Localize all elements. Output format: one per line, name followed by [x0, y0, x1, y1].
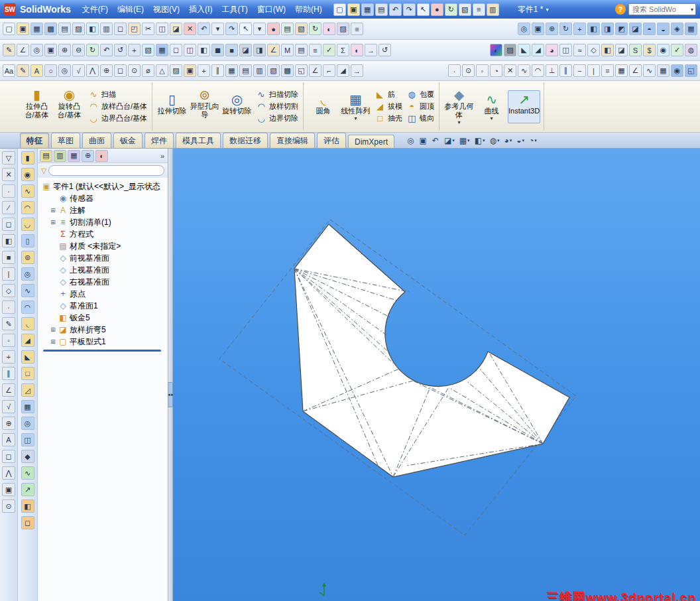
menu-item[interactable]: 编辑(E): [113, 2, 148, 17]
reference-geometry-icon[interactable]: ◆: [21, 450, 34, 463]
mirror-icon[interactable]: ◫: [21, 433, 34, 446]
print-preview-icon[interactable]: ◻: [114, 23, 127, 35]
hole-table-icon[interactable]: ▤: [239, 64, 252, 77]
snap-to-tangent-icon[interactable]: ◠: [532, 64, 544, 77]
paste-icon[interactable]: ◪: [170, 23, 182, 35]
clear-all-filters-icon[interactable]: ✕: [2, 168, 15, 181]
reference-geometry-button[interactable]: ◆ 参考几何体 ▾: [443, 86, 475, 127]
smart-dimension-icon[interactable]: ∠: [17, 44, 29, 56]
zoom-area-icon[interactable]: ▣: [418, 135, 429, 146]
center-mark-icon[interactable]: +: [198, 64, 210, 77]
refresh-view-icon[interactable]: ↻: [86, 44, 99, 56]
hole-callout-icon[interactable]: ⌀: [142, 64, 154, 77]
linear-pattern-icon[interactable]: ▦: [21, 400, 34, 413]
curves-icon[interactable]: ∿: [21, 466, 34, 480]
fillet-button[interactable]: ◟ 圆角: [307, 90, 339, 123]
instant3d-icon[interactable]: ↗: [21, 483, 34, 496]
right-view-icon[interactable]: ◪: [629, 23, 642, 35]
circular-pattern-icon[interactable]: ◎: [21, 417, 34, 430]
print-icon[interactable]: ▥: [100, 23, 113, 35]
hole-wizard-icon[interactable]: ⊚: [21, 251, 34, 264]
sheet-metal-icon[interactable]: ◧: [21, 500, 34, 513]
record-macro-icon[interactable]: ●: [267, 23, 280, 35]
pan-icon[interactable]: +: [573, 23, 586, 35]
dimension-icon[interactable]: ∠: [309, 64, 321, 77]
filter-blocks-icon[interactable]: ▣: [2, 483, 15, 496]
filter-centerline-icon[interactable]: ∥: [2, 367, 15, 380]
featuremanager-tab-icon[interactable]: ▤: [40, 150, 52, 162]
rib-button[interactable]: ◣ 筋: [375, 90, 402, 100]
tab-sketch[interactable]: 草图: [51, 133, 80, 148]
make-drawing-from-part-icon[interactable]: ▤: [58, 23, 71, 35]
datum-feature-icon[interactable]: ◻: [114, 64, 127, 77]
rotate-view-icon[interactable]: ↺: [114, 44, 127, 56]
snap-to-horizontal-icon[interactable]: −: [573, 64, 586, 77]
zoom-to-area-icon[interactable]: ▣: [44, 44, 57, 56]
move-icon[interactable]: →: [365, 44, 377, 56]
snap-to-angle-icon[interactable]: ∠: [629, 64, 642, 77]
previous-view-icon[interactable]: ↶: [100, 44, 113, 56]
zoom-out-icon[interactable]: ⊖: [72, 44, 85, 56]
rebuild-icon[interactable]: ↻: [309, 23, 321, 35]
filter-vertices-icon[interactable]: ∙: [2, 184, 15, 198]
spell-checker-icon[interactable]: Aa: [3, 64, 15, 77]
toolbox-icon[interactable]: ▥: [487, 3, 499, 16]
shaded-with-edges-icon[interactable]: ◼: [211, 44, 224, 56]
rotate-icon[interactable]: ↺: [379, 44, 391, 56]
configurationmanager-tab-icon[interactable]: ▦: [68, 150, 80, 162]
section-view-icon[interactable]: ◨: [253, 44, 266, 56]
fullscreen-icon[interactable]: ◱: [685, 64, 697, 77]
undo-dropdown-icon[interactable]: ▾: [211, 23, 224, 35]
save-icon[interactable]: ▦: [361, 3, 374, 16]
geometry-analysis-icon[interactable]: ◇: [587, 44, 600, 56]
search-input[interactable]: [631, 5, 689, 14]
tree-item-annotations[interactable]: ⊞ A 注解: [39, 204, 166, 216]
snap-to-points-icon[interactable]: ∙: [448, 64, 461, 77]
filter-dimensions-icon[interactable]: ∠: [2, 383, 15, 397]
make-assembly-from-part-icon[interactable]: ▨: [72, 23, 85, 35]
tree-item-lofted-bend5[interactable]: ⊞ ◪ 放样折弯5: [39, 324, 166, 336]
extruded-boss-icon[interactable]: ▮: [21, 151, 34, 165]
display-states-icon[interactable]: ◍: [685, 44, 697, 56]
blocks-icon[interactable]: ▣: [184, 64, 196, 77]
expand-plus-icon[interactable]: ⊞: [50, 219, 56, 226]
filter-solid-bodies-icon[interactable]: ■: [2, 251, 15, 264]
boundary-boss-icon[interactable]: ◡: [21, 218, 34, 231]
filter-center-marks-icon[interactable]: +: [2, 350, 15, 364]
tab-weldments[interactable]: 焊件: [145, 133, 174, 148]
tab-dimxpert[interactable]: DimXpert: [348, 135, 394, 148]
auto-balloon-icon[interactable]: ◎: [58, 64, 71, 77]
tree-item-equations[interactable]: Σ 方程式: [39, 228, 166, 240]
zoom-area-icon[interactable]: ▣: [532, 23, 544, 35]
menu-item[interactable]: 工具(T): [217, 2, 252, 17]
document-title-dropdown-icon[interactable]: ▾: [546, 7, 548, 13]
lofted-cut-icon[interactable]: ◠: [21, 300, 34, 314]
filter-edges-icon[interactable]: ∕: [2, 201, 15, 214]
search-dropdown-icon[interactable]: ▾: [691, 7, 693, 13]
texture-icon[interactable]: ▨: [337, 23, 349, 35]
expand-plus-icon[interactable]: ⊞: [50, 326, 56, 333]
lofted-cut-button[interactable]: ◠ 放样切割: [256, 101, 298, 111]
wrap-button[interactable]: ◍ 包覆: [406, 90, 434, 100]
filter-geometric-tolerance-icon[interactable]: ⊕: [2, 417, 15, 430]
menu-item[interactable]: 视图(V): [148, 2, 184, 17]
snap-to-nearest-icon[interactable]: ∿: [518, 64, 530, 77]
costing-icon[interactable]: $: [643, 44, 656, 56]
hidden-lines-visible-icon[interactable]: ◫: [184, 44, 196, 56]
curvature-comb-icon[interactable]: ∿: [643, 64, 656, 77]
save-all-icon[interactable]: ▩: [44, 23, 57, 35]
flatten-icon[interactable]: ◻: [21, 516, 34, 529]
tree-item-front-plane[interactable]: ◇ 前视基准面: [39, 252, 166, 264]
draft-icon[interactable]: ◿: [21, 383, 34, 397]
options-icon[interactable]: ≡: [473, 3, 485, 16]
undercut-analysis-icon[interactable]: ◢: [532, 44, 544, 56]
tree-item-right-plane[interactable]: ◇ 右视基准面: [39, 276, 166, 288]
tab-features[interactable]: 特征: [20, 133, 49, 148]
undo-icon[interactable]: ↶: [198, 23, 210, 35]
tab-mold-tools[interactable]: 模具工具: [176, 133, 221, 148]
swept-boss-base-button[interactable]: ∿ 扫描: [88, 90, 147, 100]
note-icon[interactable]: A: [30, 64, 43, 77]
grid-settings-icon[interactable]: ▦: [657, 64, 670, 77]
appearance-gradient-icon[interactable]: ◐: [490, 44, 502, 56]
thickness-analysis-icon[interactable]: ◧: [601, 44, 614, 56]
